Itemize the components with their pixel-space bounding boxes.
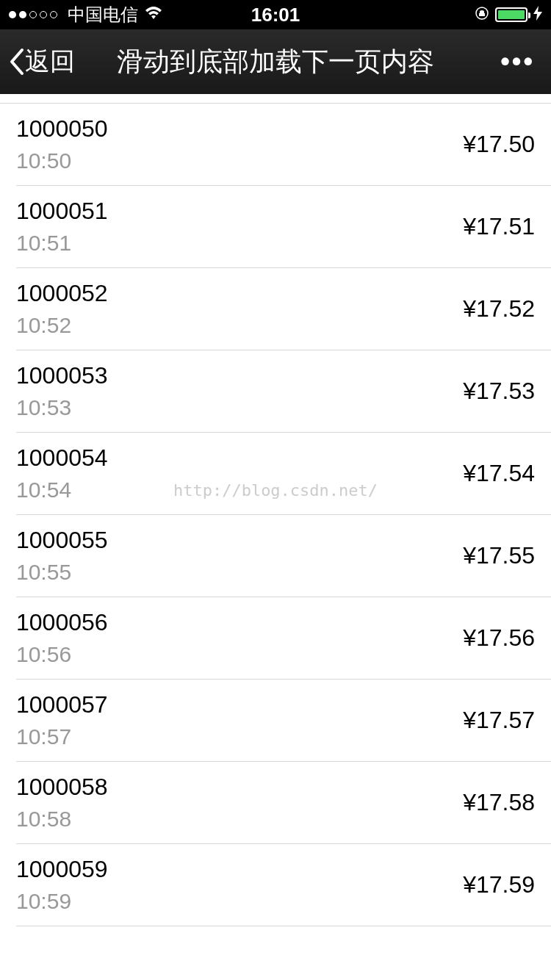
page-title: 滑动到底部加载下一页内容 — [0, 44, 551, 80]
item-price: ¥17.56 — [463, 624, 535, 652]
item-price: ¥17.52 — [463, 295, 535, 323]
list-item[interactable]: 100005510:55¥17.55 — [16, 515, 551, 597]
list-item[interactable]: 100005010:50¥17.50 — [16, 104, 551, 186]
chevron-left-icon — [7, 47, 25, 76]
list-item-left: 100005910:59 — [16, 856, 108, 914]
orientation-lock-icon — [475, 4, 489, 25]
list-item[interactable]: 100005310:53¥17.53 — [16, 350, 551, 433]
list-item-left: 100005210:52 — [16, 280, 108, 338]
item-time: 10:54 — [16, 478, 108, 502]
status-right — [475, 4, 542, 25]
item-price: ¥17.50 — [463, 131, 535, 158]
item-id: 1000058 — [16, 774, 108, 801]
item-price: ¥17.55 — [463, 542, 535, 569]
item-price: ¥17.57 — [463, 707, 535, 734]
item-id: 1000057 — [16, 691, 108, 718]
signal-dots-icon — [9, 11, 57, 18]
item-time: 10:55 — [16, 560, 108, 585]
back-button[interactable]: 返回 — [7, 45, 75, 79]
item-time: 10:52 — [16, 313, 108, 338]
item-price: ¥17.51 — [463, 213, 535, 240]
status-time: 16:01 — [251, 4, 300, 26]
list-item-left: 100005010:50 — [16, 115, 108, 173]
list-item-left: 100005610:56 — [16, 609, 108, 667]
item-time: 10:50 — [16, 148, 108, 173]
item-price: ¥17.59 — [463, 871, 535, 898]
battery-icon — [495, 7, 527, 22]
list-item[interactable]: 100005110:51¥17.51 — [16, 186, 551, 268]
more-button[interactable]: ••• — [500, 46, 544, 77]
list-item[interactable]: 100005810:58¥17.58 — [16, 762, 551, 844]
scroll-list[interactable]: 100005010:50¥17.50100005110:51¥17.511000… — [0, 94, 551, 980]
item-price: ¥17.54 — [463, 460, 535, 487]
item-id: 1000055 — [16, 527, 108, 554]
status-bar: 中国电信 16:01 — [0, 0, 551, 29]
back-label: 返回 — [25, 45, 75, 79]
item-time: 10:51 — [16, 231, 108, 256]
item-time: 10:59 — [16, 889, 108, 914]
list-item[interactable]: 100005610:56¥17.56 — [16, 597, 551, 680]
item-id: 1000054 — [16, 444, 108, 472]
item-id: 1000051 — [16, 198, 108, 225]
list-item[interactable]: 100005410:54¥17.54 — [16, 433, 551, 515]
list-item-left: 100005510:55 — [16, 527, 108, 585]
item-id: 1000050 — [16, 115, 108, 143]
list-item[interactable]: 100005210:52¥17.52 — [16, 268, 551, 350]
wifi-icon — [144, 4, 163, 25]
charging-icon — [533, 4, 542, 25]
list-item-left: 100005710:57 — [16, 691, 108, 749]
item-id: 1000056 — [16, 609, 108, 636]
list-item[interactable]: 100005910:59¥17.59 — [16, 844, 551, 926]
list-item-left: 100005110:51 — [16, 198, 108, 256]
item-time: 10:58 — [16, 807, 108, 832]
status-left: 中国电信 — [9, 3, 163, 26]
item-price: ¥17.53 — [463, 378, 535, 405]
item-price: ¥17.58 — [463, 789, 535, 816]
list-item[interactable]: 100005710:57¥17.57 — [16, 680, 551, 762]
list-item-left: 100005410:54 — [16, 444, 108, 502]
carrier-label: 中国电信 — [68, 3, 138, 26]
item-id: 1000053 — [16, 362, 108, 389]
list-item-left: 100005310:53 — [16, 362, 108, 420]
nav-bar: 返回 滑动到底部加载下一页内容 ••• — [0, 29, 551, 94]
item-time: 10:53 — [16, 395, 108, 420]
item-id: 1000052 — [16, 280, 108, 307]
item-time: 10:56 — [16, 642, 108, 667]
item-id: 1000059 — [16, 856, 108, 883]
list-item-left: 100005810:58 — [16, 774, 108, 832]
item-time: 10:57 — [16, 724, 108, 749]
